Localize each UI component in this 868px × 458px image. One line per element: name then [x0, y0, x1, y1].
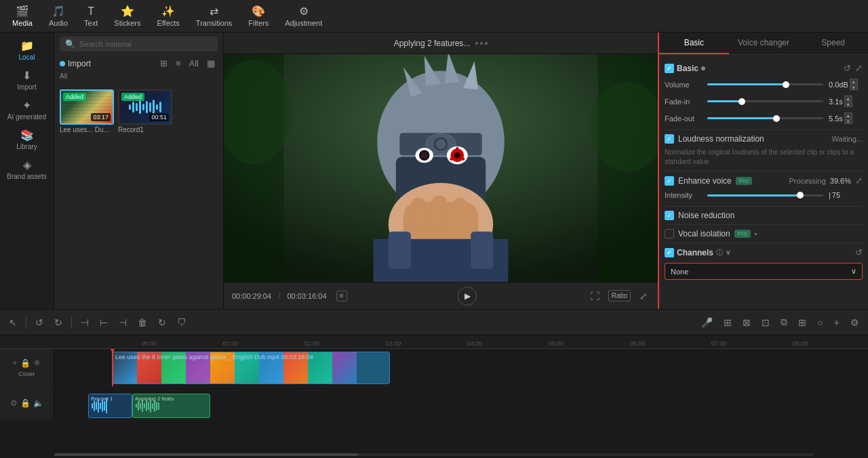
- noise-check[interactable]: ✓: [665, 211, 674, 220]
- channels-reset[interactable]: ↺: [855, 247, 863, 257]
- expand-basic-btn[interactable]: ⤢: [855, 63, 863, 73]
- audio-split-btn2[interactable]: ⊠: [739, 315, 754, 330]
- video-track-content[interactable]: Lee uses the 8 inner gates against gaara…: [54, 349, 868, 386]
- loop-btn[interactable]: ↻: [155, 315, 170, 330]
- enhance-badge: Pro: [736, 177, 752, 185]
- circle-btn[interactable]: ○: [814, 315, 826, 330]
- vocal-left: Vocal isolation Pro •: [665, 229, 757, 238]
- cursor-tool[interactable]: ↖: [5, 315, 20, 330]
- fade-out-value: 5.5s ▲ ▼: [829, 112, 863, 124]
- plus-btn[interactable]: +: [831, 315, 843, 330]
- import-row: Import ⊞ ≡ All ▦: [60, 56, 218, 72]
- audio-track-settings[interactable]: ⚙: [10, 398, 18, 408]
- fade-out-slider[interactable]: [707, 113, 823, 124]
- channels-dropdown[interactable]: None ∨: [665, 263, 863, 280]
- video-clip[interactable]: Lee uses the 8 inner gates against gaara…: [112, 352, 390, 384]
- volume-down[interactable]: ▼: [850, 85, 858, 90]
- split-audio-btn[interactable]: ⊞: [720, 315, 735, 330]
- volume-stepper[interactable]: ▲ ▼: [850, 79, 858, 90]
- ratio-btn[interactable]: Ratio: [608, 290, 631, 301]
- expand-btn[interactable]: ⤢: [637, 289, 650, 304]
- toolbar-media[interactable]: 🎬 Media: [5, 2, 39, 30]
- delete-btn[interactable]: 🗑: [134, 315, 151, 330]
- import-button[interactable]: Import: [60, 59, 91, 68]
- tab-voice-changer[interactable]: Voice changer: [729, 33, 799, 54]
- media-item-video[interactable]: Added 03:17 Lee uses... Dub.mp4: [60, 89, 114, 133]
- grid-toggle[interactable]: ⊞: [336, 291, 347, 301]
- enhance-check[interactable]: ✓: [665, 176, 674, 186]
- sort-btn[interactable]: ≡: [173, 57, 184, 70]
- channels-check[interactable]: ✓: [665, 248, 674, 257]
- caption-btn[interactable]: ⊞: [795, 315, 810, 330]
- fade-in-slider[interactable]: [707, 96, 823, 107]
- fullscreen-btn[interactable]: ⛶: [588, 289, 601, 304]
- track-lock-btn[interactable]: 🔒: [20, 358, 31, 368]
- sidebar-item-library[interactable]: 📚 Library: [0, 125, 54, 154]
- volume-slider[interactable]: [707, 79, 823, 90]
- all-btn[interactable]: All: [186, 57, 201, 70]
- media-thumb-video[interactable]: Added 03:17: [60, 89, 114, 125]
- audio-track-mute[interactable]: 🔈: [33, 398, 43, 408]
- audio-clip-record1[interactable]: Record 1: [88, 394, 132, 418]
- sidebar-item-brand[interactable]: ◈ Brand assets: [0, 154, 54, 184]
- toolbar-adjustment[interactable]: ⚙ Adjustment: [278, 2, 329, 30]
- split-left-btn[interactable]: ⊢: [96, 315, 111, 330]
- scrollbar-thumb[interactable]: [54, 453, 358, 456]
- audio-split-btn3[interactable]: ⊡: [758, 315, 773, 330]
- sidebar-item-local[interactable]: 📁 Local: [0, 35, 54, 65]
- audio-clip-applying[interactable]: Applying 2 featu: [132, 394, 210, 418]
- split-btn[interactable]: ⊣: [77, 315, 92, 330]
- search-input[interactable]: [79, 40, 212, 48]
- split-right-btn[interactable]: ⊣: [115, 315, 130, 330]
- tab-basic[interactable]: Basic: [659, 33, 729, 54]
- text-label: Text: [84, 19, 98, 27]
- redo-btn[interactable]: ↻: [51, 315, 66, 330]
- enhance-expand[interactable]: ⤢: [855, 175, 863, 186]
- vocal-checkbox[interactable]: [665, 229, 674, 238]
- shield-btn[interactable]: ⛉: [174, 315, 190, 330]
- fade-in-stepper[interactable]: ▲ ▼: [844, 96, 852, 107]
- header-menu[interactable]: [475, 42, 488, 45]
- sidebar-item-ai[interactable]: ✦ AI generated: [0, 95, 54, 125]
- playhead[interactable]: [112, 349, 113, 386]
- media-thumb-audio[interactable]: Added 00:51: [118, 89, 172, 125]
- basic-check[interactable]: ✓: [665, 64, 674, 73]
- volume-thumb[interactable]: [783, 81, 789, 88]
- intensity-slider[interactable]: [707, 190, 823, 201]
- toolbar-transitions[interactable]: ⇄ Transitions: [189, 2, 239, 30]
- sidebar-item-import[interactable]: ⬇ Import: [0, 65, 54, 95]
- undo-btn[interactable]: ↺: [32, 315, 47, 330]
- fadein-down[interactable]: ▼: [844, 102, 852, 107]
- grid-view-btn[interactable]: ⊞: [157, 57, 170, 70]
- toolbar-stickers[interactable]: ⭐ Stickers: [107, 2, 147, 30]
- search-bar[interactable]: 🔍: [60, 37, 218, 51]
- toolbar-audio[interactable]: 🎵 Audio: [42, 2, 75, 30]
- link-btn[interactable]: ⧉: [777, 314, 791, 330]
- audio-track-lock[interactable]: 🔒: [20, 398, 31, 408]
- toolbar-filters[interactable]: 🎨 Filters: [241, 2, 275, 30]
- media-item-audio[interactable]: Added 00:51 Record1: [118, 89, 172, 133]
- track-add-btn[interactable]: +: [12, 358, 17, 368]
- tab-speed[interactable]: Speed: [798, 33, 868, 54]
- fade-in-thumb[interactable]: [738, 98, 745, 105]
- settings-tl-btn[interactable]: ⚙: [847, 315, 863, 330]
- volume-up[interactable]: ▲: [850, 79, 858, 84]
- svg-point-13: [420, 152, 428, 159]
- fadeout-down[interactable]: ▼: [844, 119, 852, 124]
- filter-btn[interactable]: ▦: [204, 57, 218, 70]
- intensity-thumb[interactable]: [797, 192, 804, 199]
- loudness-check[interactable]: ✓: [665, 134, 674, 144]
- toolbar-text[interactable]: T Text: [77, 3, 104, 30]
- track-eye-btn[interactable]: 👁: [33, 358, 41, 368]
- reset-btn[interactable]: ↺: [844, 63, 851, 73]
- fadeout-up[interactable]: ▲: [844, 112, 852, 118]
- timeline-scrollbar[interactable]: [0, 451, 868, 458]
- volume-value: 0.0dB ▲ ▼: [829, 79, 863, 90]
- toolbar-effects[interactable]: ✨ Effects: [150, 2, 186, 30]
- play-button[interactable]: ▶: [458, 287, 477, 306]
- mic-btn[interactable]: 🎤: [698, 315, 716, 330]
- fade-out-thumb[interactable]: [773, 115, 780, 122]
- audio-track-content[interactable]: Record 1: [54, 387, 868, 419]
- fadein-up[interactable]: ▲: [844, 96, 852, 101]
- fade-out-stepper[interactable]: ▲ ▼: [844, 112, 852, 124]
